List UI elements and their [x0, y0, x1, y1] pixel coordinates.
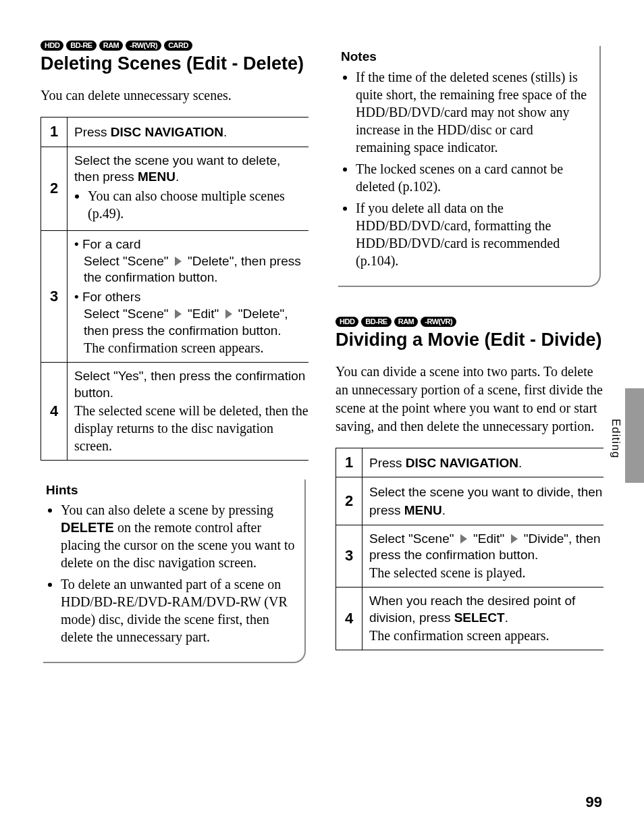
step-row: 1 Press DISC NAVIGATION. [336, 448, 603, 478]
text-fragment: • For others [74, 290, 141, 304]
text-bold: MENU [404, 503, 442, 517]
hint-item: To delete an unwanted part of a scene on… [61, 575, 295, 646]
media-tags-dividing: HDD BD-RE RAM -RW(VR) [336, 317, 603, 327]
text-fragment: You can also delete a scene by pressing [61, 502, 273, 517]
tag-card: CARD [164, 41, 192, 51]
triangle-icon [225, 309, 232, 319]
step-number: 3 [336, 525, 363, 587]
hints-box: Hints You can also delete a scene by pre… [43, 479, 306, 664]
text-bold: SELECT [454, 610, 505, 625]
text-bold: DISC NAVIGATION [111, 125, 223, 139]
steps-deleting: 1 Press DISC NAVIGATION. 2 Select the sc… [41, 117, 308, 461]
media-tags-deleting: HDD BD-RE RAM -RW(VR) CARD [41, 41, 308, 51]
text-fragment: . [505, 610, 508, 625]
text-fragment: . [176, 170, 179, 184]
text-fragment: . [518, 456, 522, 470]
content-columns: HDD BD-RE RAM -RW(VR) CARD Deleting Scen… [41, 41, 603, 663]
step-row: 4 Select "Yes", then press the confirmat… [41, 363, 308, 460]
step-subnote: The confirmation screen appears. [84, 339, 308, 357]
step-number: 4 [336, 588, 363, 649]
right-column: Notes If the time of the deleted scenes … [336, 41, 603, 663]
step-subnote: The selected scene will be deleted, then… [74, 402, 308, 454]
text-fragment: Press [369, 456, 406, 470]
notes-box: Notes If the time of the deleted scenes … [338, 46, 601, 287]
step-text: Press DISC NAVIGATION. [74, 125, 227, 139]
step-subnote: You can also choose multiple scenes (p.4… [88, 187, 308, 222]
step-row: 2 Select the scene you want to divide, t… [336, 477, 603, 525]
step-row: 3 • For a card Select "Scene" "Delete", … [41, 231, 308, 363]
page-root: Editing HDD BD-RE RAM -RW(VR) CARD Delet… [0, 0, 644, 834]
text-bold: DELETE [61, 520, 114, 535]
text-fragment: • For a card [74, 237, 141, 251]
section-tab [625, 388, 644, 483]
step-option-others: • For others Select "Scene" "Edit" "Dele… [74, 289, 308, 339]
step-option-card: • For a card Select "Scene" "Delete", th… [74, 236, 308, 286]
step-body: Select the scene you want to delete, the… [68, 147, 308, 230]
triangle-icon [511, 534, 518, 544]
text-fragment: Select "Scene" [84, 307, 168, 321]
step-row: 2 Select the scene you want to delete, t… [41, 147, 308, 231]
heading-dividing-movie: Dividing a Movie (Edit - Divide) [336, 330, 603, 350]
step-number: 1 [41, 118, 68, 147]
note-item: The locked scenes on a card cannot be de… [356, 160, 590, 195]
step-text: When you reach the desired point of divi… [369, 593, 603, 626]
step-body: Press DISC NAVIGATION. [68, 118, 308, 147]
text-fragment: . [223, 125, 227, 139]
step-body: Select the scene you want to divide, the… [363, 477, 603, 524]
hint-item: You can also delete a scene by pressing … [61, 501, 295, 571]
text-fragment: "Edit" [188, 307, 219, 321]
intro-dividing: You can divide a scene into two parts. T… [336, 363, 603, 436]
step-text: Select the scene you want to delete, the… [74, 153, 308, 186]
tag-rwvr: -RW(VR) [421, 317, 456, 327]
tag-bdre: BD-RE [66, 41, 96, 51]
text-bold: DISC NAVIGATION [406, 456, 518, 470]
text-line: Select "Scene" "Edit" "Delete", then pre… [84, 306, 308, 339]
steps-dividing: 1 Press DISC NAVIGATION. 2 Select the sc… [336, 448, 603, 650]
tag-hdd: HDD [336, 317, 358, 327]
step-body: When you reach the desired point of divi… [363, 588, 603, 649]
page-number: 99 [586, 793, 602, 811]
step-text: Select "Scene" "Edit" "Divide", then pre… [369, 531, 603, 564]
step-body: Select "Scene" "Edit" "Divide", then pre… [363, 525, 603, 587]
tag-ram: RAM [394, 317, 419, 327]
text-fragment: "Edit" [473, 531, 504, 546]
left-column: HDD BD-RE RAM -RW(VR) CARD Deleting Scen… [41, 41, 308, 663]
text-fragment: Press [74, 125, 111, 139]
step-body: Select "Yes", then press the confirmatio… [68, 363, 308, 459]
step-row: 1 Press DISC NAVIGATION. [41, 118, 308, 147]
step-row: 3 Select "Scene" "Edit" "Divide", then p… [336, 525, 603, 588]
text-line: Select "Scene" "Delete", then press the … [84, 253, 308, 286]
step-body: • For a card Select "Scene" "Delete", th… [68, 231, 308, 362]
step-subnote: The confirmation screen appears. [369, 627, 603, 644]
step-number: 3 [41, 231, 68, 362]
step-text: Select "Yes", then press the confirmatio… [74, 368, 308, 401]
text-bold: MENU [138, 170, 176, 184]
section-label: Editing [609, 419, 622, 459]
tag-bdre: BD-RE [361, 317, 391, 327]
text-fragment: . [442, 503, 446, 517]
triangle-icon [460, 534, 467, 544]
step-row: 4 When you reach the desired point of di… [336, 588, 603, 650]
triangle-icon [175, 309, 182, 319]
text-fragment: Select "Scene" [84, 254, 168, 268]
notes-title: Notes [341, 49, 590, 66]
intro-deleting: You can delete unnecessary scenes. [41, 86, 308, 105]
step-number: 2 [336, 477, 363, 524]
tag-ram: RAM [99, 41, 124, 51]
tag-hdd: HDD [41, 41, 63, 51]
step-text: Select the scene you want to divide, the… [369, 485, 602, 517]
step-number: 1 [336, 448, 363, 477]
step-text: Press DISC NAVIGATION. [369, 456, 522, 470]
hints-title: Hints [46, 482, 295, 499]
step-number: 4 [41, 363, 68, 459]
step-body: Press DISC NAVIGATION. [363, 448, 603, 477]
step-subnote: The selected scene is played. [369, 564, 603, 581]
note-item: If the time of the deleted scenes (still… [356, 68, 590, 156]
text-fragment: Select "Scene" [369, 531, 454, 546]
note-item: If you delete all data on the HDD/BD/DVD… [356, 199, 590, 269]
step-number: 2 [41, 147, 68, 230]
heading-deleting-scenes: Deleting Scenes (Edit - Delete) [41, 53, 308, 74]
tag-rwvr: -RW(VR) [126, 41, 161, 51]
triangle-icon [175, 257, 182, 266]
